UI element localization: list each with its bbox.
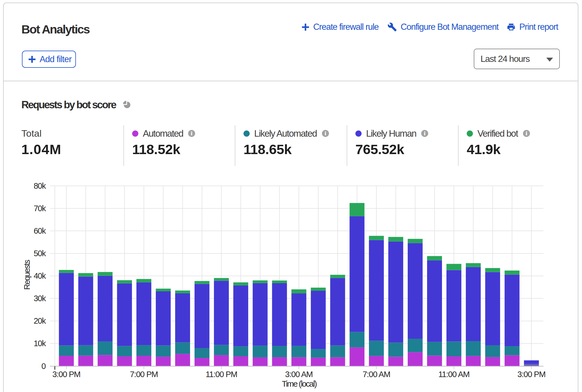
svg-text:80k: 80k [34,181,46,190]
svg-text:60k: 60k [34,226,46,235]
svg-text:40k: 40k [34,271,46,280]
svg-text:20k: 20k [34,316,46,325]
svg-text:10k: 10k [34,339,46,348]
svg-text:Requests: Requests [22,260,31,290]
svg-text:3:00 PM: 3:00 PM [52,370,80,379]
svg-text:11:00 AM: 11:00 AM [438,370,470,379]
svg-text:50k: 50k [34,249,46,258]
svg-text:70k: 70k [34,204,46,213]
svg-text:Time (local): Time (local) [282,379,317,388]
svg-text:3:00 AM: 3:00 AM [285,370,313,379]
svg-text:30k: 30k [34,294,46,303]
svg-text:7:00 PM: 7:00 PM [130,370,158,379]
svg-text:11:00 PM: 11:00 PM [206,370,237,379]
svg-text:7:00 AM: 7:00 AM [363,370,390,379]
svg-text:3:00 PM: 3:00 PM [517,370,545,379]
svg-text:0: 0 [41,362,46,371]
